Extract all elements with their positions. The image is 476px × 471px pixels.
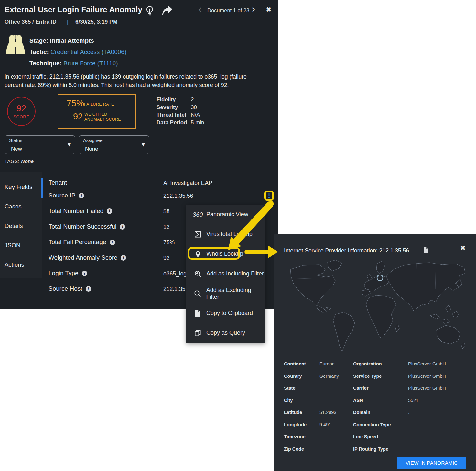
isp-label: Carrier <box>353 386 369 391</box>
sidebar-item-key-fields[interactable]: Key Fields <box>5 184 32 191</box>
field-value-total-successful: 12 <box>163 224 169 230</box>
caret-down-icon: ▼ <box>68 142 71 147</box>
virustotal-icon <box>193 230 202 238</box>
field-value-weighted-score: 92 <box>163 255 169 262</box>
status-dropdown[interactable]: Status New ▼ <box>5 135 75 154</box>
sidebar-item-cases[interactable]: Cases <box>5 203 21 210</box>
tags-label: TAGS: <box>5 158 19 164</box>
chevron-left-icon[interactable]: ‹ <box>198 5 202 14</box>
menu-item-copy-to-clipboard[interactable]: Copy to Clipboard <box>186 303 265 323</box>
score-label: SCORE <box>13 115 29 119</box>
context-menu: 360 Panoramic View VirusTotal Lookup Who… <box>186 205 265 343</box>
isp-label: Timezone <box>284 434 306 439</box>
field-value-fail-percentage: 75% <box>163 239 175 246</box>
menu-item-copy-as-query[interactable]: Copy as Query <box>186 323 265 343</box>
menu-item-panoramic-view[interactable]: 360 Panoramic View <box>186 205 265 224</box>
weighted-score-label: WEIGHTED ANOMALY SCORE <box>84 112 127 122</box>
assignee-dropdown[interactable]: Assignee None ▼ <box>79 135 149 154</box>
isp-label: Service Type <box>353 374 382 379</box>
score-value: 92 <box>16 104 26 114</box>
close-icon[interactable]: ✖ <box>460 245 466 251</box>
info-icon[interactable]: i <box>82 271 87 276</box>
assignee-dropdown-label: Assignee <box>83 138 103 143</box>
sidebar-active-indicator <box>41 178 43 198</box>
isp-panel-title: Internet Service Provider Information: 2… <box>284 247 409 254</box>
stat-label: Data Period <box>157 119 191 127</box>
info-icon[interactable]: i <box>107 208 112 214</box>
metrics-box: 75% FAILURE RATE 92 WEIGHTED ANOMALY SCO… <box>58 94 136 129</box>
menu-item-add-excluding-filter[interactable]: Add as Excluding Filter <box>186 284 265 303</box>
clipboard-icon <box>193 309 202 317</box>
info-icon[interactable]: i <box>86 286 91 292</box>
isp-label: Zip Code <box>284 446 304 452</box>
share-icon[interactable] <box>161 5 173 16</box>
isp-value: 5521 <box>408 398 418 403</box>
stage-value: Initial Attempts <box>50 37 94 44</box>
isp-label: ASN <box>353 398 363 403</box>
isp-value: 9.491 <box>319 422 331 427</box>
copy-icon <box>193 329 202 337</box>
stat-value: 5 min <box>191 119 204 127</box>
stat-label: Threat Intel <box>157 112 191 119</box>
separator: | <box>67 19 68 25</box>
isp-label: Latitude <box>284 410 302 415</box>
technique-label: Technique: <box>29 60 62 67</box>
field-value-source-ip: 212.1.35.56 <box>163 193 193 199</box>
field-label-weighted-score: Weighted Anomaly Scorei <box>49 254 126 261</box>
screen: External User Login Failure Anomaly ‹ Do… <box>0 0 476 471</box>
isp-value: PlusServer GmbH <box>408 386 446 391</box>
chevron-right-icon[interactable]: › <box>252 5 255 14</box>
isp-label: City <box>284 398 293 403</box>
kebab-menu-button[interactable] <box>264 191 274 201</box>
field-label-source-host: Source Hosti <box>49 285 91 292</box>
failure-rate-value: 75% <box>67 98 84 108</box>
tags-value: None <box>21 158 34 164</box>
stat-value: 30 <box>191 104 197 112</box>
event-timestamp: 6/30/25, 3:19 PM <box>75 19 117 25</box>
sidebar-item-actions[interactable]: Actions <box>5 261 24 268</box>
isp-value: 51.2993 <box>319 410 336 415</box>
info-icon[interactable]: i <box>110 240 115 245</box>
sidebar-bottom-border <box>0 278 42 278</box>
sidebar-item-details[interactable]: Details <box>5 222 23 230</box>
isp-label: IP Routing Type <box>353 446 388 452</box>
isp-label: State <box>284 386 295 391</box>
anomaly-description: In external traffic, 212.1.35.56 (public… <box>5 73 262 89</box>
menu-item-add-including-filter[interactable]: Add as Including Filter <box>186 264 265 284</box>
score-badge: 92 SCORE <box>7 97 36 126</box>
isp-value: PlusServer GmbH <box>408 374 446 379</box>
field-value-source-host: 212.1.35 <box>163 286 185 293</box>
info-icon[interactable]: i <box>120 224 125 230</box>
isp-value: . <box>408 410 409 415</box>
info-icon[interactable]: i <box>121 255 126 261</box>
sidebar-item-json[interactable]: JSON <box>5 242 20 249</box>
info-icon[interactable]: i <box>79 193 84 198</box>
field-label-source-ip: Source IPi <box>49 192 84 199</box>
zoom-in-icon <box>193 270 202 278</box>
isp-value: Europe <box>319 361 335 366</box>
isp-label: Domain <box>353 410 370 415</box>
event-source: Office 365 / Entra ID <box>5 19 57 25</box>
field-value-total-failed: 58 <box>163 208 169 215</box>
copy-icon[interactable] <box>423 247 429 254</box>
close-icon[interactable]: ✖ <box>266 6 272 13</box>
tactic-link[interactable]: Credential Access (TA0006) <box>50 49 126 55</box>
field-label-fail-percentage: Total Fail Percentagei <box>49 239 115 246</box>
tags-row: TAGS:None <box>5 158 34 164</box>
zoom-out-icon <box>193 290 202 297</box>
stat-value: 2 <box>191 96 194 104</box>
field-label-total-successful: Total Number Successfuli <box>49 223 125 230</box>
caret-down-icon: ▼ <box>142 142 145 147</box>
isp-label: Organization <box>353 361 382 366</box>
menu-item-virustotal-lookup[interactable]: VirusTotal Lookup <box>186 224 265 244</box>
360-icon: 360 <box>193 211 202 218</box>
stat-label: Fidelity <box>157 96 191 104</box>
isp-value: Germany <box>319 374 339 379</box>
technique-link[interactable]: Brute Force (T1110) <box>63 60 118 67</box>
stage-label: Stage: <box>29 37 48 44</box>
isp-info-panel: Internet Service Provider Information: 2… <box>274 234 476 471</box>
view-in-panoramic-button[interactable]: VIEW IN PANORAMIC <box>397 457 466 469</box>
status-dropdown-label: Status <box>9 138 22 143</box>
annotation-highlight-whois <box>188 247 240 260</box>
lightbulb-icon[interactable] <box>145 6 154 17</box>
